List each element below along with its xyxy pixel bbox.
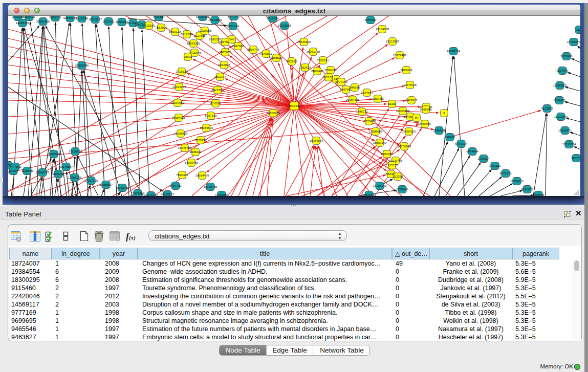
svg-text:9457791: 9457791 xyxy=(169,184,182,187)
svg-text:2967608: 2967608 xyxy=(232,45,244,48)
svg-text:14055724: 14055724 xyxy=(16,21,30,25)
svg-text:9699695: 9699695 xyxy=(420,108,432,111)
svg-text:19106829: 19106829 xyxy=(174,132,188,135)
svg-text:6794028: 6794028 xyxy=(324,69,337,72)
svg-text:20364436: 20364436 xyxy=(346,98,360,101)
svg-text:1226916: 1226916 xyxy=(532,193,545,196)
svg-text:6475255: 6475255 xyxy=(228,16,240,18)
svg-text:1527602: 1527602 xyxy=(102,20,115,23)
svg-text:7955812: 7955812 xyxy=(317,59,329,62)
svg-text:8878352: 8878352 xyxy=(194,139,207,142)
svg-text:1645194: 1645194 xyxy=(52,172,64,176)
svg-text:16046785: 16046785 xyxy=(178,146,192,149)
svg-text:9777169: 9777169 xyxy=(335,80,347,83)
svg-text:9384067: 9384067 xyxy=(381,152,393,156)
svg-text:12213967: 12213967 xyxy=(386,40,400,43)
svg-text:9474444: 9474444 xyxy=(466,150,478,153)
svg-text:8813054: 8813054 xyxy=(267,17,279,20)
svg-text:10807487: 10807487 xyxy=(371,97,385,100)
svg-text:15716485: 15716485 xyxy=(204,185,217,188)
svg-text:8427552: 8427552 xyxy=(211,89,224,92)
svg-text:9146821: 9146821 xyxy=(260,52,272,55)
svg-text:62160: 62160 xyxy=(388,102,397,105)
svg-text:7632621: 7632621 xyxy=(489,164,501,167)
svg-text:1115689: 1115689 xyxy=(21,169,33,172)
svg-text:7625402: 7625402 xyxy=(176,173,188,177)
svg-text:2718120: 2718120 xyxy=(176,70,188,73)
svg-text:16914479: 16914479 xyxy=(195,174,209,177)
svg-text:252254: 252254 xyxy=(393,175,403,178)
svg-text:02654235: 02654235 xyxy=(63,16,77,19)
svg-text:9699695: 9699695 xyxy=(419,122,431,125)
svg-text:39159: 39159 xyxy=(9,169,18,172)
svg-text:19384554: 19384554 xyxy=(310,139,323,142)
svg-text:7886372: 7886372 xyxy=(356,110,368,113)
svg-text:12353594: 12353594 xyxy=(200,126,213,129)
svg-text:9227349: 9227349 xyxy=(556,69,569,72)
svg-text:9242848: 9242848 xyxy=(218,63,230,67)
svg-text:546: 546 xyxy=(229,38,235,41)
svg-text:8454749: 8454749 xyxy=(247,48,259,51)
svg-text:15720407: 15720407 xyxy=(362,120,376,123)
svg-text:1615594: 1615594 xyxy=(76,17,88,20)
svg-text:2803144: 2803144 xyxy=(214,75,226,78)
svg-text:6479197: 6479197 xyxy=(455,142,467,145)
svg-text:8990448: 8990448 xyxy=(311,70,323,73)
svg-text:19692971: 19692971 xyxy=(558,129,572,132)
svg-text:16210643: 16210643 xyxy=(554,115,568,118)
svg-text:10025438: 10025438 xyxy=(396,110,410,113)
svg-text:10107552: 10107552 xyxy=(171,101,185,104)
svg-text:10653287: 10653287 xyxy=(89,18,102,21)
svg-text:19218506: 19218506 xyxy=(278,24,292,27)
svg-text:3875685: 3875685 xyxy=(219,51,231,54)
svg-text:9113893: 9113893 xyxy=(541,107,554,110)
svg-text:10958107: 10958107 xyxy=(99,183,113,186)
svg-text:10654112: 10654112 xyxy=(510,180,524,183)
svg-text:84: 84 xyxy=(415,116,419,119)
svg-text:12093823: 12093823 xyxy=(553,84,567,87)
svg-text:20206536: 20206536 xyxy=(47,152,61,156)
svg-text:9463627: 9463627 xyxy=(405,99,418,102)
svg-text:8267130: 8267130 xyxy=(205,114,217,117)
svg-text:14196141: 14196141 xyxy=(373,184,387,187)
svg-text:1615152: 1615152 xyxy=(386,164,398,167)
svg-text:7816184: 7816184 xyxy=(153,16,165,18)
svg-text:16648784: 16648784 xyxy=(447,50,461,53)
svg-text:96532871: 96532871 xyxy=(362,193,376,196)
svg-text:10973493: 10973493 xyxy=(393,54,407,57)
svg-text:12505135: 12505135 xyxy=(68,176,82,179)
svg-text:8912954: 8912954 xyxy=(181,33,193,36)
svg-text:9245652: 9245652 xyxy=(521,188,533,191)
svg-text:16961758: 16961758 xyxy=(307,50,320,53)
svg-text:17016504: 17016504 xyxy=(562,143,576,146)
svg-text:17957225: 17957225 xyxy=(84,179,98,182)
svg-text:98901: 98901 xyxy=(184,55,192,58)
svg-text:14099489: 14099489 xyxy=(185,161,199,164)
svg-text:12975115: 12975115 xyxy=(403,83,417,86)
svg-text:1244415: 1244415 xyxy=(553,99,565,102)
svg-text:19654925: 19654925 xyxy=(172,116,186,119)
svg-text:8386379: 8386379 xyxy=(49,16,61,19)
svg-text:8471676: 8471676 xyxy=(499,172,512,175)
svg-text:1388520: 1388520 xyxy=(270,56,282,59)
svg-text:33975867: 33975867 xyxy=(59,165,73,168)
svg-text:16154808: 16154808 xyxy=(376,28,389,31)
svg-text:10756928: 10756928 xyxy=(398,145,411,148)
svg-text:1872400: 1872400 xyxy=(288,104,300,107)
svg-text:1733426: 1733426 xyxy=(396,188,408,191)
svg-text:15751074: 15751074 xyxy=(567,40,580,43)
svg-text:0433218: 0433218 xyxy=(12,16,24,18)
svg-text:13226058: 13226058 xyxy=(198,29,212,32)
svg-text:17942787: 17942787 xyxy=(36,171,50,174)
svg-text:12923468: 12923468 xyxy=(131,192,145,195)
svg-text:938923: 938923 xyxy=(445,136,455,139)
svg-text:12213363: 12213363 xyxy=(172,85,186,89)
svg-text:9600133: 9600133 xyxy=(23,16,35,18)
svg-text:17359928: 17359928 xyxy=(69,150,82,153)
svg-text:10688609: 10688609 xyxy=(369,130,383,133)
svg-text:19654923: 19654923 xyxy=(402,130,416,133)
svg-text:1112: 1112 xyxy=(576,28,580,31)
svg-text:64139537: 64139537 xyxy=(161,193,175,196)
svg-text:7357224: 7357224 xyxy=(227,25,239,28)
svg-text:18807249: 18807249 xyxy=(373,141,387,144)
